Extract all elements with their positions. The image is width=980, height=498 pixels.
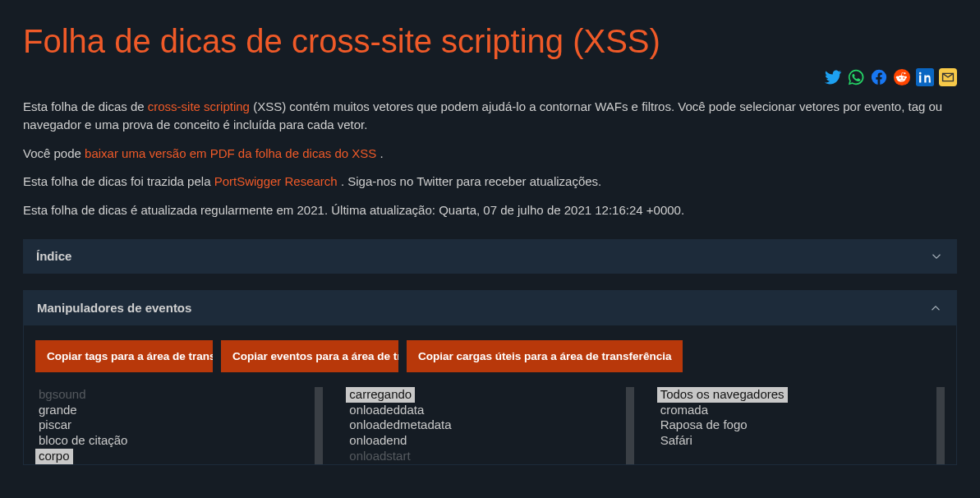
event-handlers-section: Manipuladores de eventos Copiar tags par… [23,290,957,465]
events-listbox[interactable]: carregandoonloadeddataonloadedmetadataon… [346,387,633,464]
section-body: Copiar tags para a área de transferência… [24,325,956,464]
page-title: Folha de dicas de cross-site scripting (… [23,23,957,60]
list-item[interactable]: corpo [35,449,73,464]
list-item[interactable]: bgsound [35,387,90,403]
list-item[interactable]: onloadeddata [346,403,427,418]
list-item[interactable]: bloco de citação [35,433,131,449]
linkedin-icon[interactable] [916,68,934,86]
list-item[interactable]: grande [35,403,81,418]
copy-tags-button[interactable]: Copiar tags para a área de transferência [35,340,213,372]
text: . Siga-nos no Twitter para receber atual… [341,174,601,188]
email-icon[interactable] [939,68,957,86]
text: Esta folha de dicas de [23,99,148,113]
chevron-down-icon [929,249,944,264]
facebook-icon[interactable] [870,68,888,86]
text: Esta folha de dicas foi trazida pela [23,174,214,188]
intro-paragraph-2: Você pode baixar uma versão em PDF da fo… [23,145,957,163]
list-item[interactable]: onloadstart [346,449,413,464]
text: Você pode [23,146,85,160]
twitter-icon[interactable] [824,68,842,86]
list-item[interactable]: onloadend [346,433,410,449]
tags-listbox[interactable]: bgsoundgrandepiscarbloco de citaçãocorpo [35,387,323,464]
portswigger-link[interactable]: PortSwigger Research [214,174,341,188]
list-item[interactable]: onloadedmetadata [346,417,454,433]
whatsapp-icon[interactable] [847,68,865,86]
index-accordion[interactable]: Índice [23,239,957,274]
xss-link[interactable]: cross-site scripting [148,99,250,113]
browsers-listbox[interactable]: Todos os navegadorescromadaRaposa de fog… [657,387,945,464]
copy-events-button[interactable]: Copiar eventos para a área de transferên… [221,340,398,372]
event-handlers-header[interactable]: Manipuladores de eventos [24,291,956,325]
text: . [380,146,383,160]
list-item[interactable]: Raposa de fogo [657,417,751,433]
button-row: Copiar tags para a área de transferência… [35,340,945,372]
chevron-up-icon [928,301,943,316]
index-title: Índice [36,249,71,263]
list-item[interactable]: carregando [346,387,415,403]
reddit-icon[interactable] [893,68,911,86]
list-item[interactable]: cromada [657,403,711,418]
intro-paragraph-3: Esta folha de dicas foi trazida pela Por… [23,173,957,191]
intro-paragraph-1: Esta folha de dicas de cross-site script… [23,98,957,134]
intro-paragraph-4: Esta folha de dicas é atualizada regular… [23,201,957,219]
list-item[interactable]: Todos os navegadores [657,387,788,403]
pdf-download-link[interactable]: baixar uma versão em PDF da folha de dic… [85,146,380,160]
event-handlers-title: Manipuladores de eventos [37,301,191,315]
share-row [23,68,957,86]
lists-row: bgsoundgrandepiscarbloco de citaçãocorpo… [35,387,945,464]
copy-payloads-button[interactable]: Copiar cargas úteis para a área de trans… [407,340,683,372]
list-item[interactable]: Safári [657,433,696,449]
list-item[interactable]: piscar [35,417,75,433]
